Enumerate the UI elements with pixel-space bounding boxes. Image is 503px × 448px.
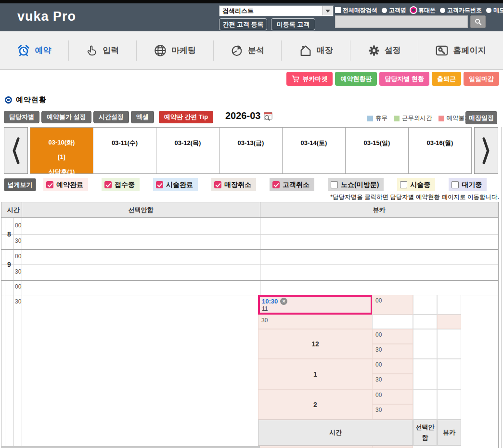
search-button[interactable]: [470, 15, 486, 28]
filter-chip-in-service[interactable]: 시술중: [397, 178, 435, 191]
staff-link-note: *담당자명을 클릭하면 담당자별 예약현황 페이지로 이동합니다.: [330, 193, 499, 201]
calendar-search-icon[interactable]: [263, 111, 273, 121]
slot-cell[interactable]: [413, 389, 437, 420]
dropdown-arrow-icon[interactable]: [322, 6, 333, 15]
filter-chip-customer-cancel[interactable]: 고객취소: [270, 178, 314, 191]
slot-cell[interactable]: 00: [372, 389, 413, 404]
wide-view-button[interactable]: 넓게보기: [4, 178, 36, 191]
customer-search-input[interactable]: [335, 15, 468, 28]
checkbox-checked-icon[interactable]: [104, 181, 112, 188]
day-cell[interactable]: 03-11(수): [93, 128, 156, 173]
hour-cell: 2: [258, 389, 373, 420]
day-cell[interactable]: 03-12(목): [156, 128, 219, 173]
slot-cell[interactable]: [437, 359, 461, 389]
day-cell[interactable]: 03-16(월): [409, 128, 471, 173]
grid-line: [1, 280, 498, 281]
filter-chip-received[interactable]: 접수중: [102, 178, 140, 191]
grid-bottom-bar: [1, 446, 260, 448]
time-setting-button[interactable]: 시간설정: [93, 111, 129, 123]
slot-cell[interactable]: 00: [372, 295, 413, 315]
next-week-button[interactable]: [474, 127, 498, 174]
page-title: 예약현황: [16, 95, 47, 105]
day-cell[interactable]: 03-14(토): [283, 128, 346, 173]
quick-customer-register-button[interactable]: 간편 고객 등록: [219, 18, 267, 30]
hour-label: 9: [5, 261, 13, 268]
day-cell[interactable]: 03-15(일): [346, 128, 409, 173]
by-staff-button[interactable]: 담당자별: [4, 111, 39, 123]
checkbox-checked-icon[interactable]: [214, 181, 221, 188]
nav-divider: [281, 40, 282, 61]
nav-item-marketing[interactable]: 마케팅: [154, 44, 196, 57]
prev-week-button[interactable]: [4, 127, 28, 174]
filter-chip-waiting[interactable]: 대기중: [449, 178, 487, 191]
checkbox-checked-icon[interactable]: [46, 181, 53, 188]
slot-cell[interactable]: [413, 359, 437, 389]
filter-chip-store-cancel[interactable]: 매장취소: [211, 178, 256, 191]
block-setting-button[interactable]: 예약불가 설정: [41, 111, 91, 123]
checkbox-unchecked-icon[interactable]: [451, 181, 459, 188]
slot-cell[interactable]: [437, 389, 461, 420]
unregistered-customer-button[interactable]: 미등록 고객: [271, 18, 315, 30]
slot-cell[interactable]: 00: [372, 359, 413, 374]
nested-header-vuka: 뷰카: [437, 420, 461, 446]
radio-memo[interactable]: 메모: [486, 6, 503, 14]
slot-cell[interactable]: 30: [258, 315, 373, 329]
day-cell-active[interactable]: 03-10(화) [1] 상담후(1): [30, 128, 93, 173]
selected-slot-highlight[interactable]: 10:30 × 11: [258, 295, 373, 315]
slot-cell[interactable]: 00: [372, 329, 413, 344]
filter-chip-noshow[interactable]: 노쇼(미방문): [328, 178, 384, 191]
slot-cell[interactable]: [413, 315, 437, 329]
slot-cell[interactable]: [258, 446, 373, 448]
current-month: 2026-03: [225, 110, 260, 121]
checkbox-checked-icon[interactable]: [272, 181, 280, 188]
nav-item-store[interactable]: 매장: [299, 44, 333, 57]
status-filter-chips: 예약완료 접수중 시술완료 매장취소 고객취소 노쇼(미방문) 시술중 대기중: [43, 178, 487, 191]
slot-cell[interactable]: [437, 295, 461, 315]
excel-button[interactable]: 엑셀: [131, 111, 154, 123]
slot-cell[interactable]: [413, 329, 437, 359]
nav-item-homepage[interactable]: 홈페이지: [435, 44, 486, 57]
filter-chip-reserved[interactable]: 예약완료: [43, 178, 88, 191]
search-list-select[interactable]: 검색리스트: [219, 5, 334, 16]
nav-divider: [136, 40, 137, 61]
radio-customer-name[interactable]: 고객명: [382, 6, 406, 14]
minute-label: 00: [15, 222, 21, 229]
radio-phone[interactable]: 휴대폰: [411, 6, 436, 14]
checkbox-unchecked-icon[interactable]: [331, 181, 338, 188]
radio-icon[interactable]: [440, 8, 445, 13]
slot-cell[interactable]: 30: [372, 404, 413, 420]
day-cell[interactable]: 03-13(금): [219, 128, 283, 173]
checkbox-icon[interactable]: [335, 7, 341, 13]
radio-icon[interactable]: [486, 8, 491, 13]
slot-cell[interactable]: [372, 446, 413, 448]
staff-status-button[interactable]: 담당자별 현황: [379, 72, 429, 86]
slot-cell[interactable]: 30: [372, 344, 413, 359]
legend-swatch: [394, 116, 400, 121]
nav-item-input[interactable]: 입력: [86, 44, 119, 57]
close-icon[interactable]: ×: [280, 298, 287, 305]
slot-cell[interactable]: [437, 329, 461, 359]
nav-item-settings[interactable]: 설정: [368, 44, 401, 57]
radio-selected-icon[interactable]: [411, 7, 416, 13]
slot-cell[interactable]: 30: [372, 374, 413, 389]
month-selector[interactable]: 2026-03: [225, 110, 273, 121]
reservation-board-button[interactable]: 예약현황판: [335, 72, 377, 86]
radio-icon[interactable]: [382, 8, 387, 13]
filter-chip-done[interactable]: 시술완료: [153, 178, 198, 191]
nav-item-analysis[interactable]: 분석: [231, 44, 264, 57]
checkbox-unchecked-icon[interactable]: [400, 181, 407, 188]
radio-card-number[interactable]: 고객카드번호: [440, 6, 482, 14]
daily-closing-button[interactable]: 일일마감: [464, 72, 499, 86]
slot-cell[interactable]: [413, 295, 437, 315]
day-badge: [1]: [30, 153, 93, 160]
all-store-checkbox[interactable]: 전체매장검색: [335, 6, 377, 14]
slot-cell[interactable]: [372, 315, 413, 329]
vuka-market-button[interactable]: 뷰카마켓: [286, 72, 333, 86]
nav-divider: [418, 40, 418, 61]
board-tip-button[interactable]: 예약판 간편 Tip: [159, 111, 213, 123]
nav-item-reservation[interactable]: 예약: [17, 44, 51, 57]
checkbox-checked-icon[interactable]: [156, 181, 163, 188]
store-schedule-button[interactable]: 매장일정: [465, 111, 497, 124]
attendance-button[interactable]: 출퇴근: [432, 72, 461, 86]
slot-cell-blocked[interactable]: [437, 315, 461, 329]
